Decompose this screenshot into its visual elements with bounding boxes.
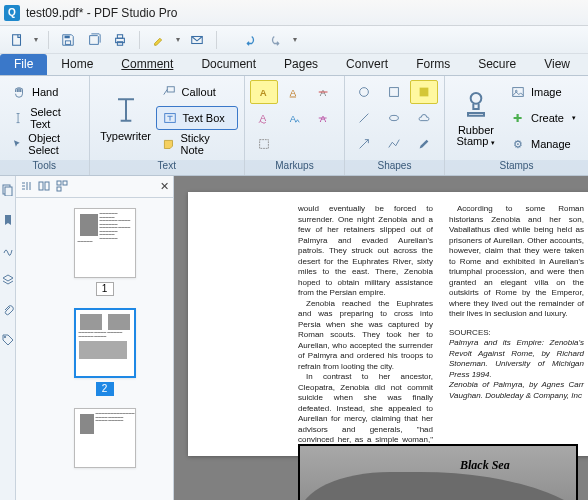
underline-markup[interactable]: A [280, 80, 308, 104]
thumbnail-list: ▬▬▬▬▬▬ ▬▬▬▬▬ ▬▬▬▬▬▬ ▬▬▬▬ ▬▬▬▬▬▬ ▬▬▬▬▬▬ ▬… [16, 198, 173, 500]
callout-button[interactable]: Callout [156, 80, 238, 104]
pages-panel-icon[interactable] [2, 184, 14, 196]
col1-p1: would eventually be forced to surrender.… [298, 204, 433, 299]
thumb-page-3[interactable]: ▬▬▬▬▬▬▬▬▬▬▬▬▬ ▬▬▬▬ ▬▬▬▬▬ ▬▬▬▬ ▬▬▬▬▬ [74, 408, 136, 468]
tab-secure[interactable]: Secure [464, 54, 530, 75]
manage-stamp-button[interactable]: ⚙ Manage [505, 132, 582, 156]
svg-line-21 [360, 114, 369, 123]
ribbon: Hand Select Text Object Select Tools Typ… [0, 76, 588, 176]
highlight-markup[interactable]: A [250, 80, 278, 104]
text-box-button[interactable]: Text Box [156, 106, 238, 130]
tab-batch[interactable]: Ba [584, 54, 588, 75]
rubber-stamp-button[interactable]: RubberStamp ▾ [451, 81, 501, 155]
square-shape[interactable] [380, 80, 408, 104]
source-1: Palmyra and its Empire: Zenobia's Revolt… [449, 338, 584, 380]
svg-rect-1 [65, 35, 70, 38]
svg-rect-31 [57, 181, 61, 185]
typewriter-button[interactable]: Typewriter [96, 81, 156, 155]
image-stamp-button[interactable]: Image [505, 80, 582, 104]
panel-grid-icon[interactable] [56, 180, 68, 194]
create-stamp-button[interactable]: ✚ Create ▾ [505, 106, 582, 130]
new-dropdown[interactable]: ▾ [32, 35, 40, 44]
save-icon[interactable] [57, 29, 79, 51]
crossout-markup[interactable]: A [310, 80, 338, 104]
svg-rect-33 [57, 187, 61, 191]
image-icon [511, 85, 525, 99]
tab-document[interactable]: Document [187, 54, 270, 75]
print-icon[interactable] [109, 29, 131, 51]
tab-convert[interactable]: Convert [332, 54, 402, 75]
attachments-panel-icon[interactable] [2, 304, 14, 316]
hand-tool[interactable]: Hand [6, 80, 83, 104]
polyline-shape[interactable] [380, 132, 408, 156]
stamp-icon [460, 89, 492, 121]
thumbnails-panel: ✕ ▬▬▬▬▬▬ ▬▬▬▬▬ ▬▬▬▬▬▬ ▬▬▬▬ ▬▬▬▬▬▬ ▬▬▬▬▬▬… [16, 176, 174, 500]
svg-point-18 [360, 88, 369, 97]
svg-rect-29 [39, 182, 43, 190]
sticky-note-button[interactable]: Sticky Note [156, 132, 238, 156]
select-text-tool[interactable]: Select Text [6, 106, 83, 130]
app-icon: Q [4, 5, 20, 21]
panel-options-icon[interactable] [20, 180, 32, 194]
svg-rect-20 [420, 88, 429, 97]
sticky-note-label: Sticky Note [181, 132, 232, 156]
manage-stamp-label: Manage [531, 138, 571, 150]
tab-pages[interactable]: Pages [270, 54, 332, 75]
pointer-icon [12, 137, 22, 151]
area-highlight-markup[interactable] [250, 132, 278, 156]
svg-rect-4 [117, 34, 122, 38]
line-shape[interactable] [350, 106, 378, 130]
object-select-tool[interactable]: Object Select [6, 132, 83, 156]
ellipse-shape[interactable] [380, 106, 408, 130]
pencil-shape[interactable] [410, 132, 438, 156]
bookmarks-panel-icon[interactable] [2, 214, 14, 226]
undo-icon[interactable] [239, 29, 261, 51]
filled-square-shape[interactable] [410, 80, 438, 104]
tab-forms[interactable]: Forms [402, 54, 464, 75]
svg-text:A: A [260, 87, 267, 98]
object-select-label: Object Select [28, 132, 76, 156]
tab-file[interactable]: File [0, 54, 47, 75]
text-box-icon [163, 111, 177, 125]
signatures-panel-icon[interactable] [2, 244, 14, 256]
redo-icon[interactable] [265, 29, 287, 51]
highlight-icon[interactable] [148, 29, 170, 51]
email-icon[interactable] [186, 29, 208, 51]
source-2: Zenobia of Palmyra, by Agnes Carr Vaugha… [449, 380, 584, 401]
thumb-page-2[interactable]: ▬▬▬▬▬ ▬▬▬▬ ▬▬▬▬▬ ▬▬▬▬▬ ▬▬▬▬ [74, 308, 136, 378]
save-all-icon[interactable] [83, 29, 105, 51]
highlight-dropdown[interactable]: ▾ [174, 35, 182, 44]
new-doc-icon[interactable] [6, 29, 28, 51]
markup-extra2[interactable] [310, 132, 338, 156]
thumb-page-1[interactable]: ▬▬▬▬▬▬ ▬▬▬▬▬ ▬▬▬▬▬▬ ▬▬▬▬ ▬▬▬▬▬▬ ▬▬▬▬▬▬ ▬… [74, 208, 136, 278]
typewriter-label: Typewriter [100, 130, 151, 142]
tags-panel-icon[interactable] [2, 334, 14, 346]
text-cursor-icon [12, 111, 24, 125]
title-bar: Q test09.pdf* - PDF Studio Pro [0, 0, 588, 26]
panel-expand-icon[interactable] [38, 180, 50, 194]
hand-icon [12, 85, 26, 99]
tab-view[interactable]: View [530, 54, 584, 75]
close-panel-icon[interactable]: ✕ [160, 180, 169, 193]
squiggly-markup[interactable]: A [250, 106, 278, 130]
arrow-shape[interactable] [350, 132, 378, 156]
svg-rect-7 [167, 87, 174, 92]
sticky-note-icon [162, 137, 175, 151]
markups-group-label: Markups [245, 160, 344, 175]
map-figure: Black Sea [298, 444, 578, 500]
history-dropdown[interactable]: ▾ [291, 35, 299, 44]
tab-home[interactable]: Home [47, 54, 107, 75]
tab-comment[interactable]: Comment [107, 54, 187, 75]
svg-rect-27 [5, 187, 12, 196]
side-strip [0, 176, 16, 500]
page-num-2: 2 [96, 382, 114, 396]
circle-shape[interactable] [350, 80, 378, 104]
cloud-shape[interactable] [410, 106, 438, 130]
document-view[interactable]: would eventually be forced to surrender.… [174, 176, 588, 500]
replace-text-markup[interactable]: A [310, 106, 338, 130]
svg-rect-0 [13, 34, 21, 45]
insert-text-markup[interactable]: A [280, 106, 308, 130]
svg-text:A: A [260, 112, 267, 123]
layers-panel-icon[interactable] [2, 274, 14, 286]
markup-extra1[interactable] [280, 132, 308, 156]
